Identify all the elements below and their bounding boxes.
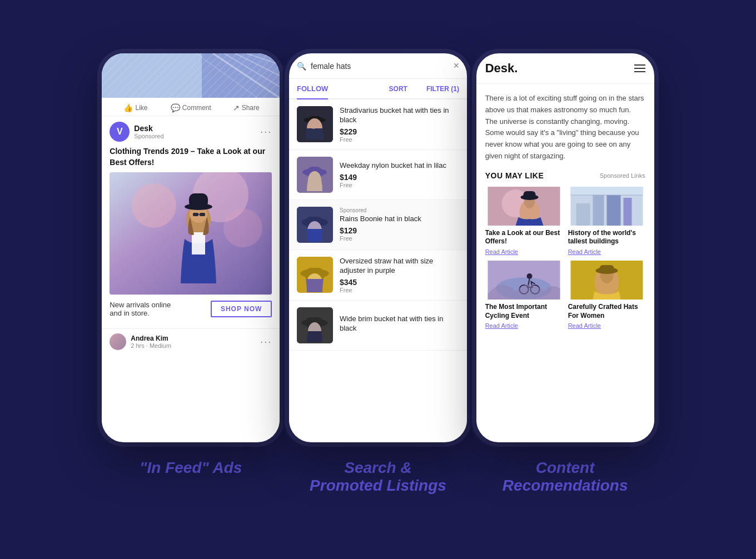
product-name-1: Stradivarius bucket hat with ties in bla… <box>340 106 459 125</box>
desk-logo-text: Desk. <box>485 61 518 75</box>
product-thumb-4 <box>297 257 333 293</box>
svg-rect-16 <box>193 213 198 216</box>
article-card-1: Take a Look at our Best Offers! Read Art… <box>485 187 563 255</box>
article-img-svg-4 <box>568 261 645 300</box>
hamburger-line-1 <box>634 64 645 66</box>
like-action[interactable]: 👍 Like <box>110 103 161 112</box>
product-info-2: Weekday nylon bucket hat in lilac $149 F… <box>340 161 459 188</box>
post-user-info: Andrea Kim 2 hrs · Medium <box>131 335 171 349</box>
like-icon: 👍 <box>123 103 133 112</box>
product-item-2[interactable]: Weekday nylon bucket hat in lilac $149 F… <box>289 150 467 200</box>
product-item-4[interactable]: Oversized straw hat with size adjuster i… <box>289 250 467 301</box>
article-text: There is a lot of exciting stuff going o… <box>485 93 645 162</box>
ad-bottom: New arrivals online and in store. SHOP N… <box>110 295 272 323</box>
product-item-5[interactable]: Wide brim bucket hat with ties in black <box>289 301 467 351</box>
product-info-4: Oversized straw hat with size adjuster i… <box>340 257 459 293</box>
phone2-label: Search &Promoted Listings <box>310 459 446 495</box>
ad-image-svg <box>110 172 272 295</box>
product-price-2: $149 <box>340 173 459 182</box>
article-card-image-3 <box>485 261 563 300</box>
product-info-3: Sponsored Rains Boonie hat in black $129… <box>340 207 459 242</box>
desk-logo: Desk. <box>485 61 518 76</box>
product-item-3[interactable]: Sponsored Rains Boonie hat in black $129… <box>289 200 467 250</box>
svg-rect-49 <box>576 203 590 226</box>
tab-filter[interactable]: FILTER (1) <box>426 85 459 93</box>
ad-title: Clothing Trends 2019 – Take a Look at ou… <box>110 146 272 168</box>
article-card-3: The Most Important Cycling Event Read Ar… <box>485 261 563 329</box>
hamburger-line-3 <box>634 71 645 72</box>
phone3-label: ContentRecomendations <box>503 459 628 495</box>
svg-rect-48 <box>623 198 631 226</box>
product-thumb-svg-3 <box>297 207 333 243</box>
search-input-value[interactable]: female hats <box>311 62 449 71</box>
post-user-row: Andrea Kim 2 hrs · Medium ··· <box>102 328 280 355</box>
product-shipping-2: Free <box>340 182 459 188</box>
post-user-meta: 2 hrs · Medium <box>131 342 171 349</box>
ad-card: V Desk Sponsored ··· Clothing Trends 201… <box>102 116 280 328</box>
sponsored-label: Sponsored <box>134 133 256 139</box>
product-shipping-1: Free <box>340 136 459 143</box>
phone1-label: "In Feed" Ads <box>140 459 242 477</box>
article-card-link-2[interactable]: Read Article <box>568 248 645 255</box>
svg-rect-14 <box>189 193 208 208</box>
search-clear-button[interactable]: × <box>453 60 459 72</box>
svg-rect-44 <box>523 191 535 199</box>
article-body: There is a lot of exciting stuff going o… <box>476 84 654 338</box>
tab-follow[interactable]: FOLLOW <box>297 79 328 99</box>
fb-top-image <box>102 53 280 98</box>
article-img-svg-2 <box>568 187 645 226</box>
ad-image <box>110 172 272 295</box>
hamburger-menu[interactable] <box>634 64 645 72</box>
product-item-1[interactable]: Stradivarius bucket hat with ties in bla… <box>289 99 467 150</box>
phone-1-wrapper: 👍 Like 💬 Comment ↗ Share V <box>102 53 280 477</box>
article-card-title-4: Carefully Crafted Hats For Women <box>568 303 645 320</box>
search-bar: 🔍 female hats × <box>289 53 467 79</box>
product-thumb-5 <box>297 307 333 343</box>
hamburger-line-2 <box>634 68 645 69</box>
tab-sort[interactable]: SORT <box>389 85 407 93</box>
phone-2: 🔍 female hats × FOLLOW SORT FILTER (1) <box>289 53 467 442</box>
share-label: Share <box>242 104 260 112</box>
article-card-2: History of the world's tallest buildings… <box>568 187 645 255</box>
share-icon: ↗ <box>233 103 240 112</box>
product-thumb-3 <box>297 207 333 243</box>
like-label: Like <box>135 104 147 112</box>
comment-label: Comment <box>182 104 211 112</box>
svg-rect-46 <box>593 192 604 226</box>
product-thumb-svg-4 <box>297 257 333 293</box>
article-card-link-4[interactable]: Read Article <box>568 322 645 329</box>
product-shipping-3: Free <box>340 235 459 242</box>
svg-point-10 <box>223 208 262 247</box>
comment-action[interactable]: 💬 Comment <box>165 103 217 112</box>
product-name-5: Wide brim bucket hat with ties in black <box>340 315 459 333</box>
article-card-image-2 <box>568 187 645 226</box>
article-card-link-3[interactable]: Read Article <box>485 322 563 329</box>
product-thumb-1 <box>297 106 333 142</box>
desk-header: Desk. <box>476 53 654 84</box>
divider-1: / <box>280 192 289 231</box>
product-price-4: $345 <box>340 278 459 287</box>
article-card-link-1[interactable]: Read Article <box>485 248 563 255</box>
ad-user-info: Desk Sponsored <box>134 124 256 139</box>
comment-icon: 💬 <box>171 103 180 112</box>
article-card-4: Carefully Crafted Hats For Women Read Ar… <box>568 261 645 329</box>
fb-top-pattern <box>102 53 280 98</box>
share-action[interactable]: ↗ Share <box>220 103 272 112</box>
cta-line1: New arrivals online <box>110 301 171 309</box>
post-more-options[interactable]: ··· <box>260 336 272 348</box>
article-grid: Take a Look at our Best Offers! Read Art… <box>485 187 645 329</box>
search-tabs: FOLLOW SORT FILTER (1) <box>289 79 467 99</box>
product-name-2: Weekday nylon bucket hat in lilac <box>340 161 459 171</box>
fb-actions-bar: 👍 Like 💬 Comment ↗ Share <box>102 98 280 116</box>
svg-point-54 <box>526 273 532 279</box>
product-price-3: $129 <box>340 226 459 235</box>
cta-line2: and in store. <box>110 309 171 317</box>
advertiser-avatar: V <box>110 122 130 142</box>
svg-point-8 <box>132 183 176 228</box>
sponsored-badge-3: Sponsored <box>340 207 459 213</box>
article-img-svg-3 <box>485 261 563 300</box>
more-options[interactable]: ··· <box>260 126 272 138</box>
article-card-title-2: History of the world's tallest buildings <box>568 229 645 246</box>
svg-rect-61 <box>599 265 614 273</box>
shop-now-button[interactable]: SHOP NOW <box>211 301 272 317</box>
